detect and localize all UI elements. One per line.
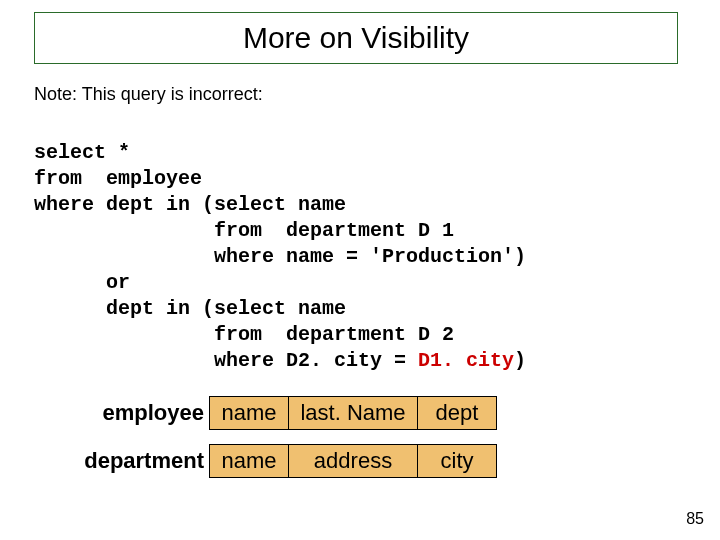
code-line: from department D 1 [34,219,454,242]
employee-label: employee [64,396,210,430]
code-error-highlight: D1. city [418,349,514,372]
department-label: department [64,444,210,478]
code-line: select * [34,141,130,164]
sql-code-block: select * from employee where dept in (se… [34,140,526,374]
slide: More on Visibility Note: This query is i… [0,0,720,540]
code-line: or [34,271,130,294]
department-col: city [417,444,497,478]
code-line: where D2. city = [34,349,418,372]
code-line: dept in (select name [34,297,346,320]
department-row: department name address city [64,444,497,478]
title-box: More on Visibility [34,12,678,64]
employee-col: last. Name [288,396,418,430]
code-line: from employee [34,167,202,190]
code-line: where dept in (select name [34,193,346,216]
employee-row: employee name last. Name dept [64,396,497,430]
page-number: 85 [686,510,704,528]
schema-tables: employee name last. Name dept department… [64,396,497,492]
note-text: Note: This query is incorrect: [34,84,263,105]
department-col: address [288,444,418,478]
department-col: name [209,444,289,478]
employee-col: name [209,396,289,430]
code-line: where name = 'Production') [34,245,526,268]
code-line: from department D 2 [34,323,454,346]
employee-col: dept [417,396,497,430]
code-line: ) [514,349,526,372]
slide-title: More on Visibility [243,21,469,55]
